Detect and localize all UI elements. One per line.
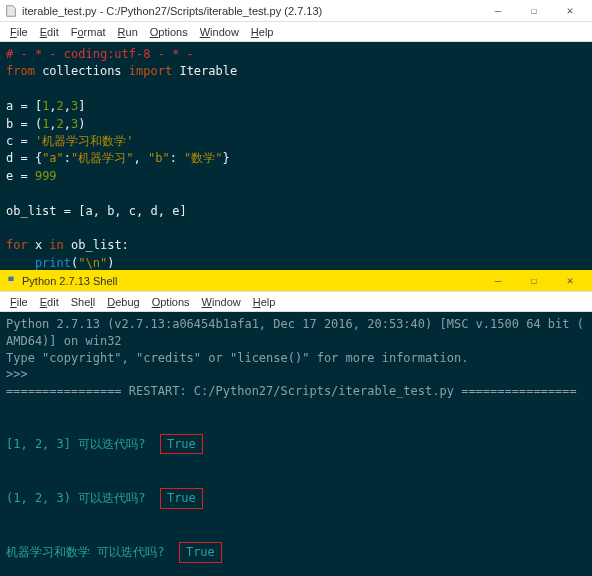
code-content: # - * - coding:utf-8 - * - from collecti… — [6, 46, 586, 289]
result-box: True — [160, 488, 203, 509]
menu-window[interactable]: Window — [194, 26, 245, 38]
shell-output[interactable]: Python 2.7.13 (v2.7.13:a06454b1afa1, Dec… — [0, 312, 592, 576]
minimize-button[interactable]: — — [480, 1, 516, 21]
menu-shell[interactable]: Shell — [65, 296, 101, 308]
menu-file[interactable]: File — [4, 296, 34, 308]
window-controls: — ☐ ✕ — [480, 1, 588, 21]
menu-run[interactable]: Run — [112, 26, 144, 38]
python-file-icon — [4, 4, 18, 18]
maximize-button[interactable]: ☐ — [516, 1, 552, 21]
result-box: True — [179, 542, 222, 563]
result-box: True — [160, 434, 203, 455]
menu-debug[interactable]: Debug — [101, 296, 145, 308]
menu-help[interactable]: Help — [245, 26, 280, 38]
menu-edit[interactable]: Edit — [34, 296, 65, 308]
menu-help[interactable]: Help — [247, 296, 282, 308]
maximize-button[interactable]: ☐ — [516, 271, 552, 291]
menubar: File Edit Format Run Options Window Help — [0, 22, 592, 42]
menu-format[interactable]: Format — [65, 26, 112, 38]
close-button[interactable]: ✕ — [552, 271, 588, 291]
titlebar[interactable]: iterable_test.py - C:/Python27/Scripts/i… — [0, 0, 592, 22]
window-title: Python 2.7.13 Shell — [22, 275, 480, 287]
python-icon — [4, 274, 18, 288]
code-editor[interactable]: # - * - coding:utf-8 - * - from collecti… — [0, 42, 592, 293]
menu-file[interactable]: File — [4, 26, 34, 38]
window-controls: — ☐ ✕ — [480, 271, 588, 291]
menu-options[interactable]: Options — [144, 26, 194, 38]
window-title: iterable_test.py - C:/Python27/Scripts/i… — [22, 5, 480, 17]
menu-window[interactable]: Window — [196, 296, 247, 308]
menubar: File Edit Shell Debug Options Window Hel… — [0, 292, 592, 312]
editor-window: iterable_test.py - C:/Python27/Scripts/i… — [0, 0, 592, 293]
menu-edit[interactable]: Edit — [34, 26, 65, 38]
titlebar[interactable]: Python 2.7.13 Shell — ☐ ✕ — [0, 270, 592, 292]
shell-window: Python 2.7.13 Shell — ☐ ✕ File Edit Shel… — [0, 270, 592, 576]
menu-options[interactable]: Options — [146, 296, 196, 308]
close-button[interactable]: ✕ — [552, 1, 588, 21]
minimize-button[interactable]: — — [480, 271, 516, 291]
shell-content: Python 2.7.13 (v2.7.13:a06454b1afa1, Dec… — [6, 316, 586, 576]
